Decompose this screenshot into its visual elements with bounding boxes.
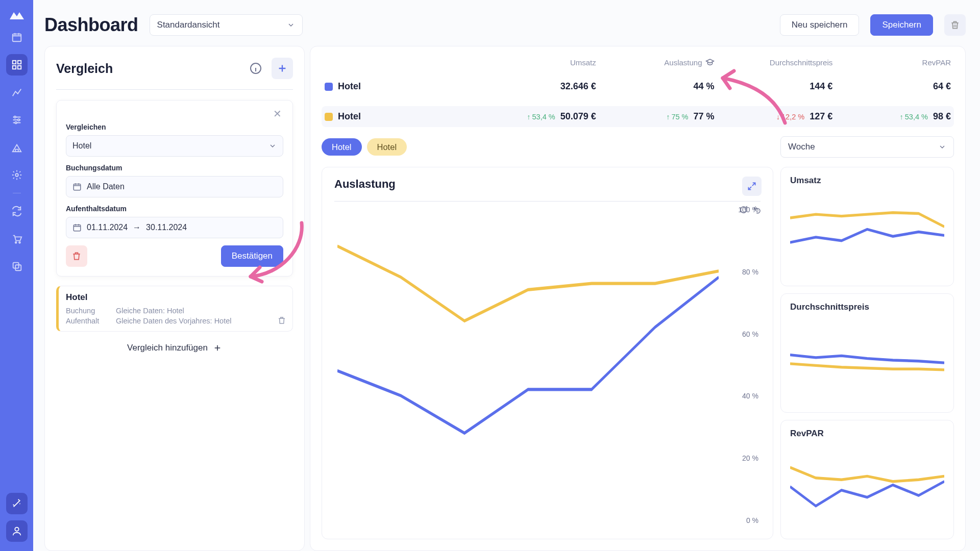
logo (9, 9, 25, 20)
nav-user[interactable] (6, 520, 28, 542)
mini-chart-revpar[interactable]: RevPAR (780, 420, 954, 539)
compare-label: Vergleichen (66, 123, 283, 131)
swatch-yellow (325, 113, 333, 121)
chart-title: Auslastung (334, 178, 761, 191)
svg-point-6 (17, 119, 19, 121)
info-icon (250, 62, 262, 74)
confirm-button[interactable]: Bestätigen (221, 245, 283, 267)
stay-date-field[interactable]: 01.11.2024 → 30.11.2024 (66, 217, 283, 238)
topbar: Dashboard Standardansicht Neu speichern … (44, 14, 966, 36)
close-button[interactable]: ✕ (271, 108, 283, 120)
col-revpar: RevPAR (922, 58, 951, 67)
row2-revpar-delta: ↑53,4 % (900, 113, 928, 121)
col-umsatz: Umsatz (570, 58, 596, 67)
trash-icon (71, 251, 82, 261)
saved-name: Hotel (66, 292, 285, 303)
nav-calendar[interactable] (6, 27, 28, 48)
nav-cart[interactable] (6, 228, 28, 249)
add-compare-label: Vergleich hinzufügen (127, 343, 208, 353)
nav-sliders[interactable] (6, 109, 28, 131)
row1-revpar: 64 € (933, 81, 951, 92)
cap-icon (705, 58, 715, 67)
svg-rect-1 (12, 61, 15, 64)
range-select[interactable]: Woche (780, 136, 954, 158)
plus-icon (213, 343, 222, 353)
stay-label: Aufenthaltsdatum (66, 205, 283, 213)
pill-hotel-blue[interactable]: Hotel (322, 138, 362, 156)
delete-saved-button[interactable] (277, 316, 286, 325)
y-axis: 100 %80 %60 %40 %20 %0 % (738, 202, 758, 529)
view-select[interactable]: Standardansicht (150, 14, 303, 36)
nav-magic[interactable] (6, 493, 28, 514)
delete-dashboard-button[interactable] (944, 14, 966, 36)
chevron-down-icon (287, 21, 295, 29)
sidebar-nav (0, 0, 33, 551)
svg-point-5 (14, 116, 16, 118)
nav-divider (13, 193, 21, 193)
row2-preis: 127 € (810, 111, 832, 122)
saved-compare-card: Hotel BuchungGleiche Daten: Hotel Aufent… (56, 286, 293, 332)
chevron-down-icon (938, 143, 946, 151)
svg-rect-4 (17, 66, 20, 69)
compare-select[interactable]: Hotel (66, 135, 283, 157)
svg-rect-16 (74, 225, 81, 231)
svg-point-10 (19, 242, 20, 243)
row2-auslastung-delta: ↑75 % (666, 113, 688, 121)
mini-chart-preis[interactable]: Durchschnittspreis (780, 293, 954, 413)
stay-to: 30.11.2024 (146, 223, 187, 232)
compare-panel: Vergleich ✕ Vergleichen Hotel Buchungsda… (44, 46, 305, 551)
add-compare-row[interactable]: Vergleich hinzufügen (56, 341, 293, 355)
pill-row: Hotel Hotel Woche (322, 136, 954, 158)
chevron-down-icon (268, 142, 277, 150)
svg-rect-15 (74, 184, 81, 190)
saved-stay-val: Gleiche Daten des Vorjahres: Hotel (116, 317, 232, 325)
svg-point-9 (15, 242, 16, 243)
saved-stay-key: Aufenthalt (66, 317, 107, 325)
info-button[interactable] (245, 58, 266, 79)
swatch-blue (325, 83, 333, 91)
row1-name: Hotel (338, 81, 361, 92)
row2-revpar: 98 € (933, 111, 951, 122)
view-select-label: Standardansicht (157, 20, 220, 30)
booking-label: Buchungsdatum (66, 164, 283, 172)
nav-building[interactable] (6, 137, 28, 158)
trash-icon (950, 20, 960, 30)
expand-chart-button[interactable] (742, 177, 762, 196)
delete-compare-button[interactable] (66, 245, 87, 267)
save-new-button[interactable]: Neu speichern (780, 14, 860, 36)
stay-from: 01.11.2024 (87, 223, 128, 232)
svg-rect-2 (17, 61, 20, 64)
booking-date-field[interactable]: Alle Daten (66, 176, 283, 197)
nav-dashboard[interactable] (6, 54, 28, 76)
nav-sync[interactable] (6, 201, 28, 222)
booking-value: Alle Daten (87, 182, 125, 191)
svg-rect-0 (12, 34, 21, 42)
saved-booking-key: Buchung (66, 307, 107, 315)
row2-name: Hotel (338, 111, 361, 122)
nav-settings[interactable] (6, 164, 28, 186)
col-preis: Durchschnittspreis (770, 58, 832, 67)
nav-copy[interactable] (6, 256, 28, 277)
row2-umsatz: 50.079 € (560, 111, 596, 122)
pill-hotel-yellow[interactable]: Hotel (367, 138, 407, 156)
row1-preis: 144 € (810, 81, 832, 92)
mini-chart-umsatz[interactable]: Umsatz (780, 167, 954, 286)
calendar-icon (72, 223, 82, 232)
nav-analytics[interactable] (6, 82, 28, 103)
row1-auslastung: 44 % (693, 81, 714, 92)
compare-heading: Vergleich (56, 61, 240, 76)
row2-umsatz-delta: ↑53,4 % (527, 113, 555, 121)
page-title: Dashboard (44, 14, 138, 36)
svg-point-8 (15, 173, 18, 177)
row2-preis-delta: ↓12,2 % (776, 113, 804, 121)
plus-icon (277, 63, 288, 74)
svg-point-13 (15, 528, 18, 531)
add-compare-button[interactable] (272, 58, 293, 79)
compare-value: Hotel (72, 141, 91, 151)
chart-plot (337, 209, 719, 520)
divider (56, 89, 293, 90)
data-panel: Umsatz Auslastung Durchschnittspreis Rev… (310, 46, 966, 551)
save-button[interactable]: Speichern (870, 14, 933, 36)
row2-auslastung: 77 % (693, 111, 714, 122)
expand-icon (747, 181, 757, 191)
